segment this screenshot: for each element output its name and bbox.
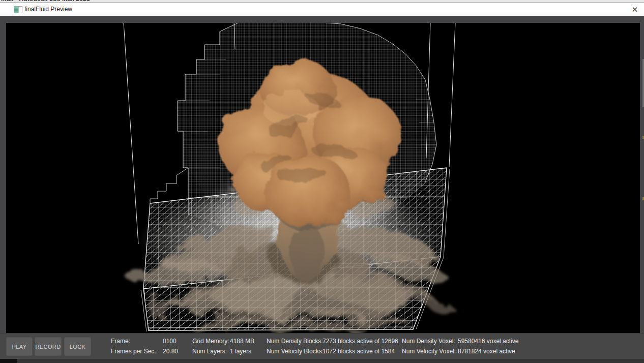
grid-memory-label: Grid Memory: — [192, 338, 229, 345]
fps-value: 20.80 — [163, 348, 178, 355]
app-window-icon-pane — [14, 7, 19, 13]
simulation-canvas[interactable] — [6, 23, 640, 333]
frame-value: 0100 — [163, 338, 177, 345]
num-density-blocks-value: 7273 blocks active of 12696 — [323, 338, 398, 345]
fps-label: Frames per Sec.: — [111, 348, 158, 355]
num-velocity-blocks-label: Num Velocity Blocks: — [267, 348, 324, 355]
play-button[interactable]: PLAY — [6, 337, 33, 356]
window-title: finalFluid Preview — [24, 3, 72, 16]
lock-button[interactable]: LOCK — [64, 337, 91, 356]
record-button[interactable]: RECORD — [35, 337, 62, 356]
num-layers-value: 1 layers — [230, 348, 251, 355]
num-velocity-blocks-value: 1072 blocks active of 1584 — [323, 348, 395, 355]
close-icon: ✕ — [632, 5, 638, 14]
num-density-blocks-label: Num Density Blocks: — [267, 338, 323, 345]
app-window-icon-pane — [19, 7, 22, 13]
grid-memory-value: 4188 MB — [230, 338, 254, 345]
num-density-voxel-label: Num Density Voxel: — [402, 338, 455, 345]
num-velocity-voxel-label: Num Velocity Voxel: — [402, 348, 456, 355]
frame-label: Frame: — [111, 338, 130, 345]
playback-toolbar: PLAY RECORD LOCK Frame: 0100 Frames per … — [0, 333, 644, 359]
app-window-icon — [14, 6, 22, 13]
num-layers-label: Num Layers: — [192, 348, 227, 355]
background-app-notch — [0, 359, 17, 363]
titlebar: finalFluid Preview ✕ — [0, 3, 644, 16]
num-velocity-voxel-value: 8781824 voxel active — [458, 348, 515, 355]
num-density-voxel-value: 59580416 voxel active — [458, 338, 518, 345]
viewport-frame — [0, 16, 644, 333]
simulation-render — [6, 23, 640, 333]
close-button[interactable]: ✕ — [629, 4, 640, 15]
background-app-strip — [0, 359, 644, 363]
